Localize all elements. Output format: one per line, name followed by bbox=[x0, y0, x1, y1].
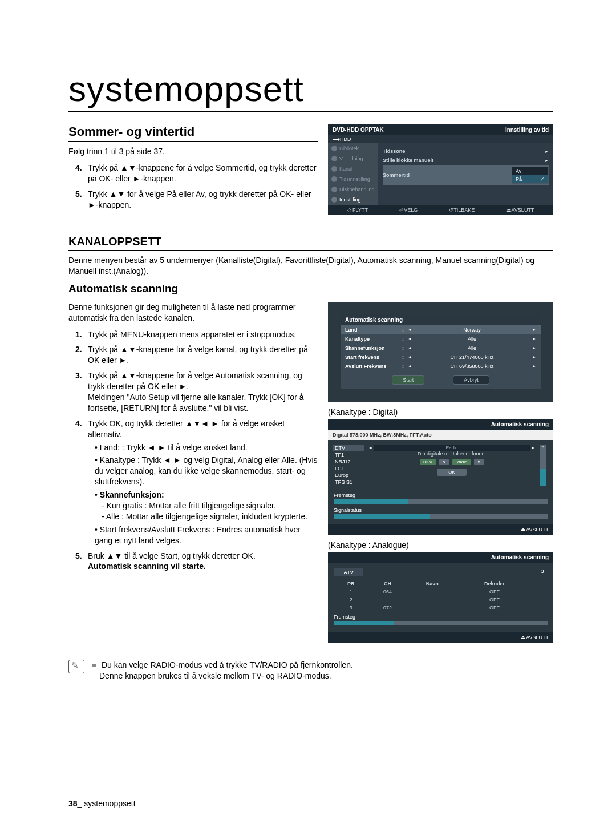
apanel-cell: 072 bbox=[368, 604, 407, 612]
chevron-right-icon: ► bbox=[532, 364, 536, 368]
scan-row-skannef: Skannefunksjon: ◄ Alle ► bbox=[341, 344, 541, 353]
auto-step-1-text: Trykk på MENU-knappen mens apparatet er … bbox=[88, 330, 296, 339]
scan-row-slutt-key: Avslutt Frekvens bbox=[345, 364, 402, 369]
chip-radio: Radio bbox=[452, 459, 471, 465]
chevron-right-icon: ► bbox=[532, 337, 536, 341]
osd-footer-tilbake: ↺TILBAKE bbox=[449, 207, 475, 213]
apanel-cell: OFF bbox=[457, 604, 532, 612]
osd-title-right: Innstilling av tid bbox=[505, 127, 549, 133]
scan-row-land-val: Norway bbox=[412, 327, 532, 333]
page-main-title: systemoppsett bbox=[68, 68, 553, 112]
note-line-1: Du kan velge RADIO-modus ved å trykke TV… bbox=[102, 660, 353, 669]
scanbox-start-button: Start bbox=[392, 375, 424, 385]
progress-panel-analogue: Automatisk scanning ATV PR CH Navn Dekod… bbox=[328, 552, 553, 643]
note-row: Du kan velge RADIO-modus ved å trykke TV… bbox=[68, 660, 553, 681]
osd-row-stille-label: Stille klokke manuelt bbox=[383, 158, 545, 163]
osd-row-tidssone-label: Tidssone bbox=[383, 148, 545, 154]
prog-ch-3: LCI bbox=[333, 465, 364, 472]
osd-row-tidssone: Tidssone► bbox=[383, 147, 549, 156]
osd-side-bibliotek: Bibliotek bbox=[328, 143, 378, 154]
prog-fremsteg-label: Fremsteg bbox=[334, 492, 548, 498]
sommer-step-4: 4.Trykk på ▲▼-knappene for å velge Somme… bbox=[88, 163, 318, 184]
caption-digital: (Kanaltype : Digital) bbox=[328, 407, 553, 417]
osd-side-veiledning: Veiledning bbox=[328, 154, 378, 164]
osd-side-tidsinnstilling: Tidsinnstilling bbox=[328, 174, 378, 184]
scan-row-land: Land: ◄ Norway ► bbox=[341, 325, 541, 334]
prog-dtv-label: DTV bbox=[333, 445, 364, 451]
prog-hbar-2 bbox=[334, 514, 548, 519]
auto-step-3a-text: Trykk på ▲▼-knappene for å velge Automat… bbox=[88, 371, 302, 391]
osd-footer-velg: ⏎VELG bbox=[399, 207, 418, 213]
chevron-right-icon: ► bbox=[545, 150, 549, 154]
sommer-intro: Følg trinn 1 til 3 på side 37. bbox=[68, 146, 318, 157]
prog-radio-header: Radio bbox=[374, 445, 530, 451]
chip-radio-n: 5 bbox=[474, 459, 483, 465]
auto-step-3b-text: Meldingen "Auto Setup vil fjerne alle ka… bbox=[88, 393, 304, 413]
chevron-right-icon: ► bbox=[532, 328, 536, 332]
note-line-2: Denne knappen brukes til å veksle mellom… bbox=[99, 671, 331, 681]
section-autoscan-heading: Automatisk scanning bbox=[68, 282, 553, 297]
apanel-cell: ---- bbox=[407, 604, 458, 612]
scan-row-start-val: CH 21/474000 kHz bbox=[412, 354, 532, 360]
apanel-title: Automatisk scanning bbox=[328, 552, 553, 563]
bullet-startfrek: Start frekvens/Avslutt Frekvens : Endres… bbox=[95, 524, 318, 546]
auto-step-2: 2.Trykk på ▲▼-knappene for å velge kanal… bbox=[88, 344, 318, 366]
page-footer-label: systemoppsett bbox=[84, 799, 135, 808]
scan-row-skannef-key: Skannefunksjon bbox=[345, 345, 402, 351]
prog-signal-label: Signalstatus bbox=[334, 507, 548, 513]
chevron-right-icon: ► bbox=[532, 346, 536, 350]
sommer-step-5: 5.Trykk ▲▼ for å velge På eller Av, og t… bbox=[88, 189, 318, 211]
bullet-skanne-label: Skannefunksjon: bbox=[100, 490, 164, 499]
osd-side-innstilling-label: Innstilling bbox=[339, 197, 361, 203]
prog-found: Din digitale mottaker er funnet bbox=[368, 451, 535, 457]
auto-step-4-text: Trykk OK, og trykk deretter ▲▼◄ ► for å … bbox=[88, 419, 285, 439]
scan-row-slutt: Avslutt Frekvens: ◄ CH 69/858000 kHz ► bbox=[341, 362, 541, 371]
prog-ch-4: Europ bbox=[333, 472, 364, 479]
prog-ch-5: TPS S1 bbox=[333, 479, 364, 486]
osd-side-bibliotek-label: Bibliotek bbox=[339, 146, 359, 151]
osd-side-kanal-label: Kanal bbox=[339, 166, 352, 172]
note-icon bbox=[68, 660, 84, 673]
table-row: 3 072 ---- OFF bbox=[334, 604, 532, 612]
prog-sub: Digital 578.000 MHz, BW:8MHz, FFT:Auto bbox=[328, 430, 553, 440]
prog-title: Automatisk scanning bbox=[328, 419, 553, 430]
apanel-fremsteg-label: Fremsteg bbox=[334, 612, 548, 621]
prog-ch-2: NRJ12 bbox=[333, 458, 364, 465]
osd-side-diskbehandling: Diskbehandling bbox=[328, 184, 378, 195]
osd-row-sommertid: Sommertid Av På ✓ bbox=[383, 165, 549, 185]
chip-dtv: DTV bbox=[420, 459, 436, 465]
auto-step-5: 5. Bruk ▲▼ til å velge Start, og trykk d… bbox=[88, 551, 318, 572]
apanel-cell: ---- bbox=[407, 596, 458, 604]
prog-vertical-bar: 5 bbox=[540, 445, 546, 486]
check-icon: ✓ bbox=[540, 176, 545, 182]
chevron-right-icon: ► bbox=[532, 355, 536, 359]
osd-option-av: Av bbox=[512, 167, 548, 175]
apanel-h-pr: PR bbox=[334, 580, 368, 588]
apanel-cell: ---- bbox=[407, 588, 458, 596]
osd-side-tidsinnstilling-label: Tidsinnstilling bbox=[339, 176, 370, 182]
apanel-cell: 1 bbox=[334, 588, 368, 596]
osd-side-veiledning-label: Veiledning bbox=[339, 156, 363, 161]
apanel-cell: OFF bbox=[457, 596, 532, 604]
osd-row-sommertid-label: Sommertid bbox=[383, 172, 512, 178]
apanel-hbar bbox=[334, 621, 548, 625]
chevron-left-icon: ◄ bbox=[408, 328, 412, 332]
apanel-cell: 2 bbox=[334, 596, 368, 604]
chevron-left-icon: ◄ bbox=[368, 446, 372, 450]
page-number: 38 bbox=[68, 799, 78, 808]
scan-row-land-key: Land bbox=[345, 327, 402, 333]
apanel-cell: OFF bbox=[457, 588, 532, 596]
scan-row-start: Start frekvens: ◄ CH 21/474000 kHz ► bbox=[341, 353, 541, 362]
auto-step-4: 4. Trykk OK, og trykk deretter ▲▼◄ ► for… bbox=[88, 418, 318, 546]
chevron-left-icon: ◄ bbox=[408, 355, 412, 359]
apanel-count: 3 bbox=[537, 568, 548, 612]
chevron-right-icon: ► bbox=[531, 446, 535, 450]
auto-intro: Denne funksjonen gir deg muligheten til … bbox=[68, 302, 318, 324]
scan-row-kanaltype: Kanaltype: ◄ Alle ► bbox=[341, 334, 541, 344]
chevron-right-icon: ► bbox=[545, 159, 549, 163]
scan-row-slutt-val: CH 69/858000 kHz bbox=[412, 364, 532, 369]
prog-ok-button: OK bbox=[437, 469, 467, 476]
bullet-skanne-a: - Kun gratis : Mottar alle fritt tilgjen… bbox=[102, 500, 318, 511]
osd-footer-flytt: ◇ FLYTT bbox=[347, 207, 368, 213]
scanbox-title: Automatisk scanning bbox=[341, 314, 541, 325]
